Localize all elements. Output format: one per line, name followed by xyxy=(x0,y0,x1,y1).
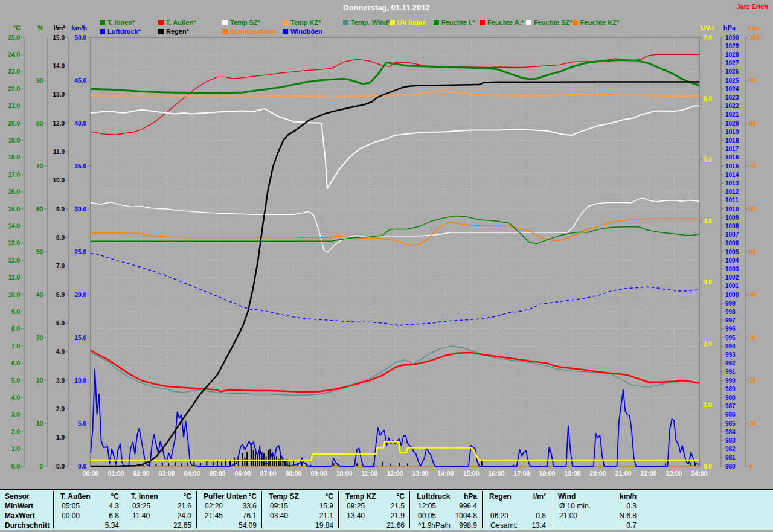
axis-header: km/h xyxy=(71,24,87,31)
axis-tick-label: 12.0 xyxy=(8,257,21,264)
axis-tick-label: 994 xyxy=(725,343,736,350)
table-min-time: Ø 10 min. xyxy=(559,502,591,510)
x-axis-label: 05:00 xyxy=(210,470,226,477)
axis-tick-label: 1028 xyxy=(725,51,739,58)
axis-tick-label: 7.0 xyxy=(56,263,65,269)
table-min-value: 15.9 xyxy=(319,502,333,510)
axis-tick-label: 1.0 xyxy=(56,434,65,441)
table-max-time: 13:40 xyxy=(347,511,365,520)
axis-tick-label: 990 xyxy=(725,377,736,384)
axis-tick-label: 20 xyxy=(36,377,43,384)
x-axis-label: 08:00 xyxy=(286,470,302,477)
table-min-value: 21.5 xyxy=(391,502,405,510)
rain-rate-bar xyxy=(266,456,267,466)
table-avg-value: 19.84 xyxy=(315,521,333,530)
table-max-time: 06:20 xyxy=(490,511,508,520)
table-min-time: 03:25 xyxy=(132,502,150,510)
table-max-value: 21.1 xyxy=(319,511,333,520)
table-min-time: 09:25 xyxy=(347,502,365,510)
x-axis-label: 18:00 xyxy=(539,470,556,477)
table-col-name: T. Innen xyxy=(131,492,158,501)
rain-rate-bar xyxy=(390,463,391,466)
table-separator xyxy=(338,491,339,528)
x-axis-label: 17:00 xyxy=(514,470,530,477)
weather-chart-page: Donnerstag, 01.11.2012 Jarz Erich T. Inn… xyxy=(0,0,773,532)
rain-rate-bar xyxy=(690,463,691,466)
axis-tick-label: 40 xyxy=(749,292,757,298)
axis-tick-label: 4.0 xyxy=(704,218,712,225)
series-feuchte_i xyxy=(91,216,699,243)
axis-tick-label: 1025 xyxy=(725,77,739,84)
axis-tick-label: 1023 xyxy=(725,94,739,101)
axis-tick-label: 983 xyxy=(725,437,736,444)
table-avg-value: 5.34 xyxy=(105,521,119,530)
rain-rate-bar xyxy=(246,452,248,466)
axis-tick-label: 1009 xyxy=(725,214,739,221)
axis-tick-label: 989 xyxy=(725,386,736,393)
axis-tick-label: 3.0 xyxy=(56,377,65,384)
rain-rate-bar xyxy=(221,462,222,466)
axis-tick-label: 988 xyxy=(725,394,736,401)
x-axis-label: 21:00 xyxy=(615,470,632,477)
x-axis-label: 22:00 xyxy=(641,470,657,477)
axis-tick-label: 1003 xyxy=(725,266,739,272)
axis-tick-label: 30 xyxy=(749,335,757,341)
axis-tick-label: 23.0 xyxy=(8,68,21,75)
table-avg-value: 22.65 xyxy=(173,521,191,530)
table-avg-value: 0.7 xyxy=(626,521,637,530)
x-axis-label: 10:00 xyxy=(336,470,353,477)
axis-tick-label: 2.0 xyxy=(704,341,712,347)
table-max-time: 00:00 xyxy=(62,511,80,520)
axis-tick-label: 8.0 xyxy=(56,234,65,241)
axis-tick-label: 1012 xyxy=(725,188,739,195)
axis-tick-label: 13.0 xyxy=(53,91,65,98)
table-col-unit: km/h xyxy=(620,492,637,501)
x-axis-label: 02:00 xyxy=(133,470,150,477)
x-axis-label: 11:00 xyxy=(362,470,377,477)
rain-rate-bar xyxy=(244,458,245,466)
table-col-unit: °C xyxy=(397,492,405,501)
rain-rate-bar xyxy=(382,462,383,466)
axis-tick-label: 10.0 xyxy=(75,377,87,384)
axis-tick-label: 1000 xyxy=(725,292,739,298)
axis-tick-label: 1019 xyxy=(725,129,739,135)
table-separator xyxy=(53,491,54,528)
axis-tick-label: 997 xyxy=(725,317,736,324)
axis-tick-label: 1026 xyxy=(725,68,739,75)
table-avg-time: Gesamt: xyxy=(490,521,518,530)
axis-tick-label: 981 xyxy=(725,454,736,461)
axis-tick-label: 16.0 xyxy=(8,188,21,195)
axis-tick-label: 11.0 xyxy=(8,274,20,281)
axis-tick-label: 14.0 xyxy=(53,63,65,69)
table-min-time: 12:05 xyxy=(418,502,436,510)
table-max-time: 11:40 xyxy=(132,511,150,520)
axis-tick-label: 2.0 xyxy=(11,429,20,435)
table-col-unit: °C xyxy=(111,492,119,501)
axis-tick-label: 5.0 xyxy=(56,320,65,327)
axis-tick-label: 2.0 xyxy=(56,406,65,412)
axis-tick-label: 20.0 xyxy=(75,292,87,298)
rain-rate-bar xyxy=(407,463,408,466)
axis-tick-label: 40 xyxy=(36,292,43,298)
axis-tick-label: 1020 xyxy=(725,120,739,127)
axis-tick-label: 12.0 xyxy=(53,120,65,127)
table-col-unit: °C xyxy=(184,492,191,501)
rain-rate-bar xyxy=(181,463,182,466)
axis-tick-label: 50 xyxy=(749,249,757,255)
axis-tick-label: 1015 xyxy=(725,163,739,170)
axis-tick-label: 987 xyxy=(725,403,736,409)
axis-tick-label: 80 xyxy=(36,120,43,127)
table-col-unit: °C xyxy=(326,492,333,501)
axis-tick-label: 1022 xyxy=(725,103,739,109)
axis-tick-label: 90 xyxy=(36,77,43,84)
axis-tick-label: 45.0 xyxy=(75,77,87,84)
axis-tick-label: 17.0 xyxy=(8,171,21,178)
axis-tick-label: 0 xyxy=(749,463,753,470)
table-min-time: 09:15 xyxy=(270,502,288,510)
axis-header: min xyxy=(748,24,760,31)
axis-tick-label: 982 xyxy=(725,446,736,452)
axis-tick-label: 14.0 xyxy=(8,223,21,229)
x-axis-label: 01:00 xyxy=(108,470,124,477)
axis-tick-label: 10.0 xyxy=(53,177,65,184)
x-axis-label: 14:00 xyxy=(438,470,454,477)
